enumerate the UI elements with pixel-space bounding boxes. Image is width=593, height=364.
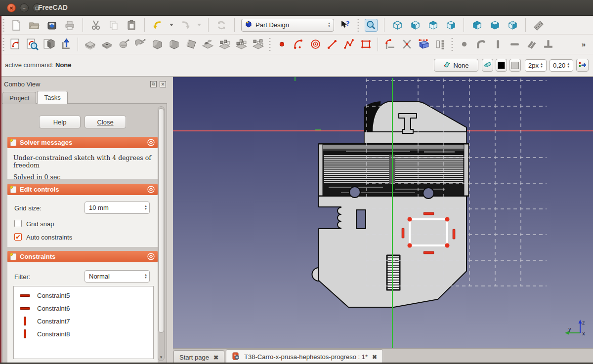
filter-dropdown-icons[interactable]: ▲▼ (144, 274, 147, 280)
toolbar-overflow-icon[interactable]: » (577, 38, 590, 51)
trim-edge-icon[interactable] (400, 38, 413, 51)
open-file-icon[interactable] (28, 19, 41, 32)
grid-toggle-button[interactable] (482, 59, 493, 72)
revolution-icon[interactable] (117, 38, 130, 51)
sketch-vertex[interactable] (445, 217, 450, 222)
new-sketch-icon[interactable] (9, 38, 22, 51)
multi-transform-icon[interactable] (252, 38, 264, 51)
map-sketch-icon[interactable] (42, 38, 55, 51)
view-axonometric-icon[interactable] (391, 19, 404, 32)
constraint-vertical-icon[interactable] (491, 38, 504, 51)
close-panel-icon[interactable]: ✕ (160, 81, 166, 87)
float-panel-icon[interactable]: ⧉ (150, 81, 157, 87)
sketch-line-icon[interactable] (326, 38, 339, 51)
hole-right[interactable] (423, 188, 434, 199)
redo-dropdown-icon[interactable] (197, 19, 202, 32)
draft-icon[interactable] (184, 38, 197, 51)
external-geometry-icon[interactable] (417, 38, 430, 51)
panel-scrollbar[interactable]: ▾ (158, 106, 165, 361)
mirrored-icon[interactable] (201, 38, 214, 51)
constraint-horizontal-icon[interactable] (508, 38, 521, 51)
constraint-perpendicular-icon[interactable] (542, 38, 554, 51)
collapse-section-icon[interactable] (147, 186, 155, 193)
fit-all-button[interactable] (365, 19, 378, 32)
slot-cutout[interactable] (356, 210, 366, 229)
sketch-fillet-icon[interactable] (383, 38, 396, 51)
save-file-icon[interactable] (45, 19, 58, 32)
vertical-constraint-marker[interactable] (453, 229, 455, 239)
grid-size-spinner-icons[interactable]: ▲▼ (144, 205, 147, 211)
constraint-filter-dropdown[interactable]: Normal ▲▼ (85, 270, 150, 283)
close-task-button[interactable]: Close (85, 116, 126, 128)
sketch-vertex[interactable] (408, 243, 412, 248)
close-tab-icon[interactable]: ✖ (372, 354, 377, 361)
view-left-icon[interactable] (506, 19, 519, 32)
minimize-window-button[interactable]: − (20, 3, 29, 12)
tab-tasks[interactable]: Tasks (37, 91, 67, 104)
view-top-icon[interactable] (426, 19, 439, 32)
line-width-spinner[interactable]: 2px ▲▼ (525, 59, 547, 72)
new-file-icon[interactable] (10, 19, 23, 32)
refresh-icon[interactable] (215, 19, 228, 32)
sketch-polyline-icon[interactable] (342, 38, 355, 51)
constraints-header[interactable]: Constraints (7, 251, 158, 262)
toolbar-drag-handle[interactable] (357, 19, 360, 32)
scroll-down-icon[interactable]: ▾ (158, 355, 164, 360)
list-item[interactable]: Constraint7 (14, 315, 153, 327)
sketch-vertex[interactable] (445, 243, 450, 248)
constraint-coincident-icon[interactable] (458, 38, 470, 51)
constraint-parallel-icon[interactable] (525, 38, 538, 51)
toolbar-drag-handle[interactable] (451, 38, 454, 51)
tab-start-page[interactable]: Start page ✖ (173, 350, 224, 364)
sketch-vertex[interactable] (408, 217, 412, 222)
hole-left[interactable] (349, 187, 360, 198)
sketch-point-icon[interactable] (275, 38, 288, 51)
snap-none-button[interactable]: None (434, 59, 478, 72)
groove-icon[interactable] (134, 38, 147, 51)
undo-icon[interactable] (151, 19, 164, 32)
collapse-section-icon[interactable] (147, 253, 155, 260)
solver-messages-header[interactable]: Solver messages (7, 137, 158, 148)
constraint-tangent-icon[interactable] (474, 38, 487, 51)
sketch-circle-icon[interactable] (309, 38, 322, 51)
edit-controls-header[interactable]: Edit controls (7, 184, 158, 195)
fillet-icon[interactable] (151, 38, 164, 51)
grid-snap-checkbox[interactable]: ✔ (14, 220, 22, 227)
face-color-button[interactable] (509, 59, 521, 72)
toolbar-drag-handle[interactable] (268, 38, 271, 51)
vertical-constraint-marker[interactable] (402, 228, 404, 238)
tab-document[interactable]: T38-Carro-x-prusa-hephestos-progreso : 1… (226, 349, 383, 364)
print-icon[interactable] (63, 19, 76, 32)
horizontal-constraint-marker[interactable] (424, 251, 434, 254)
measure-distance-icon[interactable] (532, 19, 545, 32)
close-tab-icon[interactable]: ✖ (213, 354, 218, 361)
workbench-spinner-icons[interactable]: ▲▼ (328, 22, 331, 28)
louver-block[interactable] (319, 144, 468, 196)
view-front-icon[interactable] (409, 19, 422, 32)
paste-icon[interactable] (125, 19, 138, 32)
3d-viewport[interactable]: z y x (173, 77, 593, 348)
toolbar-drag-handle[interactable] (2, 38, 5, 51)
linear-pattern-icon[interactable] (218, 38, 231, 51)
tab-project[interactable]: Project (2, 92, 36, 104)
line-width-spinner-icons[interactable]: ▲▼ (540, 63, 543, 69)
auto-constraints-checkbox[interactable]: ✔ (14, 233, 22, 241)
pad-icon[interactable] (84, 38, 96, 51)
sketch-arc-icon[interactable] (292, 38, 305, 51)
cut-icon[interactable] (89, 19, 102, 32)
pocket-icon[interactable] (100, 38, 113, 51)
line-color-button[interactable] (496, 59, 507, 72)
list-item[interactable]: Constraint6 (14, 302, 153, 315)
leave-sketch-icon[interactable] (59, 38, 72, 51)
undo-dropdown-icon[interactable] (169, 19, 174, 32)
auto-update-button[interactable] (576, 59, 589, 72)
collapse-section-icon[interactable] (147, 139, 155, 146)
construction-mode-icon[interactable] (434, 38, 447, 51)
point-size-spinner[interactable]: 0,20 ▲▼ (550, 59, 573, 72)
grid-size-spinner[interactable]: 10 mm ▲▼ (85, 202, 150, 214)
view-right-icon[interactable] (444, 19, 457, 32)
view-rear-icon[interactable] (470, 19, 483, 32)
toolbar-drag-handle[interactable] (2, 19, 5, 32)
horizontal-constraint-marker[interactable] (424, 212, 434, 215)
workbench-selector[interactable]: Part Design ▲▼ (241, 19, 334, 32)
